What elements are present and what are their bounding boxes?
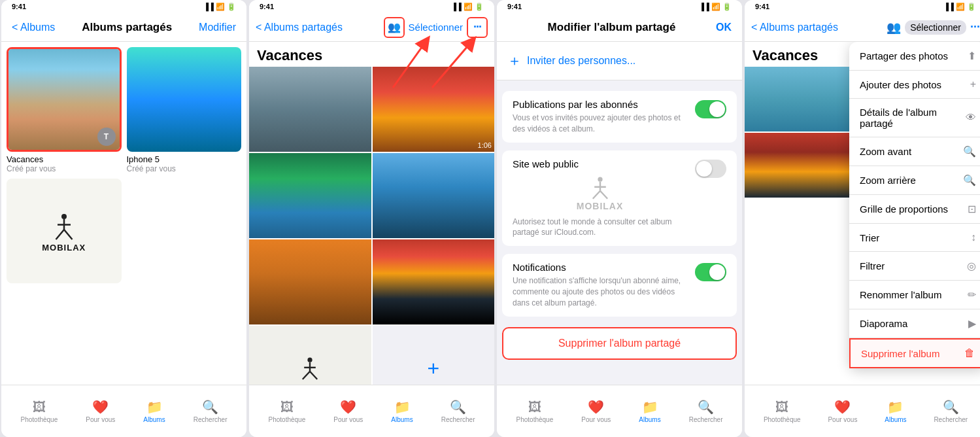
people-btn[interactable]: 👥 [384,17,405,38]
menu-details[interactable]: Détails de l'album partagé 👁 [849,99,980,137]
ok-btn[interactable]: OK [716,22,732,33]
menu-share-photos[interactable]: Partager des photos ⬆ [849,42,980,71]
delete-album-btn[interactable]: Supprimer l'album partagé [502,327,737,360]
tab-albums-4[interactable]: 📁 Albums [885,399,906,423]
settings-sheet: ＋ Inviter des personnes... Publications … [497,42,742,385]
tab-phototheque-2[interactable]: 🖼 Photothèque [269,399,306,423]
menu-delete-album[interactable]: Supprimer l'album 🗑 [849,338,980,368]
tab-search-3[interactable]: 🔍 Rechercher [689,399,723,423]
photo-mountain[interactable] [249,67,371,152]
svg-line-15 [592,190,600,198]
toggle-publications[interactable] [695,100,726,118]
tab-bar-4: 🖼 Photothèque ❤️ Pour vous 📁 Albums 🔍 Re… [745,385,980,437]
menu-label-zoom-out: Zoom arrière [860,175,916,186]
grid-icon: ⊡ [968,203,976,215]
tab-pourvous-2[interactable]: ❤️ Pour vous [333,399,363,423]
svg-line-16 [600,190,607,198]
tab-bar-3: 🖼 Photothèque ❤️ Pour vous 📁 Albums 🔍 Re… [497,385,742,437]
tab-label-pourvous-3: Pour vous [581,416,611,423]
album-iphone5[interactable]: Iphone 5 Créé par vous [127,47,242,173]
dropdown-menu: Partager des photos ⬆ Ajouter des photos… [849,42,980,368]
back-albums-btn[interactable]: < Albums [12,22,55,33]
add-photo-cell[interactable]: + [373,326,495,385]
tab-albums-2[interactable]: 📁 Albums [391,399,413,423]
tab-label-phototheque-4: Photothèque [764,416,801,423]
toggle-siteweb[interactable] [695,160,726,178]
menu-label-zoom-in: Zoom avant [860,146,911,157]
tab-phototheque-1[interactable]: 🖼 Photothèque [21,399,58,423]
status-bar-1: 9:41 ▐▐ 📶 🔋 [1,0,246,13]
pourvous-icon-2: ❤️ [341,399,356,415]
album-thumb-mobilax: MOBILAX [7,179,122,283]
select-btn-2[interactable]: Sélectionner [409,22,463,33]
back-btn-2[interactable]: < Albums partagés [256,22,343,33]
back-btn-4[interactable]: < Albums partagés [751,22,838,33]
photo-sunset[interactable] [373,239,495,324]
tab-search-1[interactable]: 🔍 Rechercher [194,399,228,423]
settings-title: Modifier l'album partagé [548,21,676,34]
share-icon: ⬆ [968,50,976,62]
nav-bar-2: < Albums partagés 👥 Sélectionner ··· [249,13,494,42]
menu-slideshow[interactable]: Diaporama ▶ [849,309,980,338]
more-btn-4[interactable]: ··· [970,20,980,34]
photo-market[interactable]: 1:06 [373,67,495,152]
nav-icons-4: 👥 Sélectionner ··· [887,20,980,35]
menu-zoom-in[interactable]: Zoom avant 🔍 [849,137,980,166]
tab-label-pourvous-4: Pour vous [828,416,857,423]
slideshow-icon: ▶ [968,317,976,330]
settings-section-2: Site web public MOBILAX Autorisez tout l… [502,150,737,247]
album-mobilax[interactable]: MOBILAX [7,179,122,283]
tab-pourvous-4[interactable]: ❤️ Pour vous [828,399,857,423]
tab-pourvous-1[interactable]: ❤️ Pour vous [86,399,115,423]
photo-mobilax-grid[interactable] [249,326,371,385]
tab-albums-1[interactable]: 📁 Albums [143,399,165,423]
toggle-knob-3 [709,264,725,280]
mobilax-watermark-icon [587,175,613,201]
photo-grid-2: 1:06 + [249,67,494,385]
people-icon: 👥 [388,21,401,33]
nav-title-1: Albums partagés [82,21,172,34]
battery-2: ▐▐ 📶 🔋 [451,3,484,11]
zoom-out-icon: 🔍 [963,174,976,186]
tab-albums-3[interactable]: 📁 Albums [639,399,660,423]
album-vacances[interactable]: T Vacances Créé par vous [7,47,122,173]
toggle-notifications[interactable] [695,263,726,281]
setting-label-2: Site web public MOBILAX Autorisez tout l… [513,158,687,239]
menu-label-share: Partager des photos [860,50,948,61]
svg-line-2 [56,230,64,239]
menu-add-photos[interactable]: Ajouter des photos + [849,71,980,99]
menu-rename[interactable]: Renommer l'album ✏ [849,281,980,309]
modifier-btn[interactable]: Modifier [199,22,236,33]
more-btn[interactable]: ··· [467,17,488,38]
tab-pourvous-3[interactable]: ❤️ Pour vous [581,399,611,423]
tab-phototheque-4[interactable]: 🖼 Photothèque [764,399,801,423]
menu-label-filter: Filtrer [860,260,885,271]
menu-sort[interactable]: Trier ↕ [849,224,980,252]
more-icon: ··· [473,20,481,34]
search-icon-4: 🔍 [943,399,958,415]
setting-publications: Publications par les abonnés Vous et vos… [502,91,737,143]
tab-phototheque-3[interactable]: 🖼 Photothèque [516,399,554,423]
time-1: 9:41 [12,3,26,10]
setting-notifications: Notifications Une notification s'affiche… [502,254,737,316]
menu-filter[interactable]: Filtrer ◎ [849,252,980,281]
settings-section-1: Publications par les abonnés Vous et vos… [502,91,737,143]
tab-search-2[interactable]: 🔍 Rechercher [441,399,475,423]
photo-rocks[interactable] [249,239,371,324]
photo-sea[interactable] [373,153,495,238]
video-duration: 1:06 [478,141,492,149]
select-btn-4[interactable]: Sélectionner [905,20,966,35]
photo-waterfall[interactable] [249,153,371,238]
svg-line-11 [310,372,317,379]
setting-sitewebpublic: Site web public MOBILAX Autorisez tout l… [502,150,737,247]
tab-label-pourvous-2: Pour vous [333,416,363,423]
setting-label-3: Notifications Une notification s'affiche… [513,262,687,308]
menu-zoom-out[interactable]: Zoom arrière 🔍 [849,166,980,195]
panel-2: 9:41 ▐▐ 📶 🔋 < Albums partagés 👥 Sélectio… [249,0,494,437]
invite-row[interactable]: ＋ Inviter des personnes... [497,42,742,80]
svg-point-0 [61,214,67,219]
nav-bar-4: < Albums partagés 👥 Sélectionner ··· [745,13,980,42]
tab-search-4[interactable]: 🔍 Rechercher [934,399,968,423]
invite-plus-icon: ＋ [507,51,522,71]
menu-grid[interactable]: Grille de proportions ⊡ [849,195,980,224]
